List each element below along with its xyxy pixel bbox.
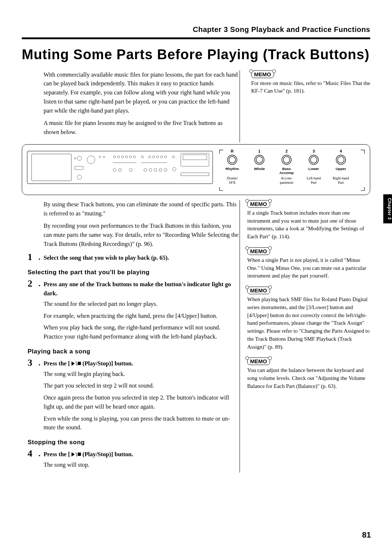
svg-point-6 <box>77 175 82 179</box>
chapter-tab: Chapter 3 <box>383 194 392 223</box>
svg-point-27 <box>144 169 147 171</box>
memo-icon: MEMO <box>251 70 274 78</box>
svg-point-9 <box>113 156 115 158</box>
svg-line-69 <box>76 452 77 457</box>
svg-text:3: 3 <box>313 149 315 153</box>
memo-icon: MEMO <box>247 247 270 255</box>
memo2-text: If a single Track button includes more t… <box>247 209 370 241</box>
svg-text:R: R <box>231 149 234 153</box>
svg-point-21 <box>172 156 175 158</box>
page-number: 81 <box>362 530 371 540</box>
step4-body: The song will stop. <box>44 461 240 470</box>
svg-rect-35 <box>181 173 209 176</box>
step2-body1: The sound for the selected part no longe… <box>44 300 240 309</box>
step3-body4: Even while the song is playing, you can … <box>44 414 240 433</box>
svg-line-66 <box>76 361 77 366</box>
svg-point-14 <box>133 156 135 158</box>
memo-icon: MEMO <box>247 200 270 208</box>
step-1-num: 1 <box>28 252 38 263</box>
svg-point-19 <box>160 156 163 158</box>
memo-icon: MEMO <box>247 287 270 294</box>
svg-point-29 <box>154 169 157 171</box>
svg-rect-67 <box>78 362 81 365</box>
svg-text:Part: Part <box>338 181 344 185</box>
svg-point-26 <box>129 169 132 171</box>
step-3: 3 . Press the [ (Play/Stop)] button. <box>28 358 240 368</box>
svg-point-2 <box>77 156 82 161</box>
intro-p1: With commercially available music files … <box>44 70 240 116</box>
step-4-text: Press the [ (Play/Stop)] button. <box>44 449 133 459</box>
svg-rect-1 <box>32 154 72 181</box>
svg-rect-0 <box>27 151 213 184</box>
svg-point-24 <box>113 169 116 171</box>
svg-point-32 <box>172 167 176 171</box>
svg-text:Accomp: Accomp <box>279 171 294 175</box>
step-4-num: 4 <box>28 449 38 459</box>
page-title: Muting Some Parts Before Playing (Track … <box>22 46 370 63</box>
svg-marker-68 <box>72 452 75 457</box>
svg-point-12 <box>125 156 127 158</box>
svg-text:Rhythm: Rhythm <box>225 167 239 171</box>
step-1-text: Select the song that you wish to play ba… <box>44 252 169 263</box>
svg-point-30 <box>159 169 162 171</box>
svg-point-16 <box>148 156 151 158</box>
step3-body2: The part you selected in step 2 will not… <box>44 381 240 390</box>
hr-top <box>22 37 370 39</box>
svg-point-18 <box>156 156 159 158</box>
step-2: 2 . Press any one of the Track buttons t… <box>28 279 240 298</box>
track-diagram: RRhythmDrums/SFX1Whole2BassAccompAccom-p… <box>22 144 370 195</box>
svg-point-38 <box>229 157 236 163</box>
step-3-num: 3 <box>28 358 38 368</box>
subhead-stop: Stopping the song <box>28 439 240 446</box>
svg-point-20 <box>164 156 167 158</box>
svg-point-7 <box>99 156 101 158</box>
svg-point-28 <box>149 169 152 171</box>
play-stop-icon <box>72 361 81 366</box>
svg-text:2: 2 <box>285 149 287 153</box>
step-1: 1 . Select the song that you wish to pla… <box>28 252 240 263</box>
svg-point-11 <box>121 156 123 158</box>
svg-text:Right-hand: Right-hand <box>333 176 349 180</box>
svg-point-44 <box>256 157 263 163</box>
memo5-text: You can adjust the balance between the k… <box>247 366 370 390</box>
chapter-header: Chapter 3 Song Playback and Practice Fun… <box>22 25 370 34</box>
svg-point-61 <box>338 157 344 163</box>
subhead-play: Playing back a song <box>28 348 240 355</box>
svg-text:Lower: Lower <box>309 167 319 171</box>
step3-body3: Once again press the button you selected… <box>44 393 240 412</box>
svg-text:1: 1 <box>258 149 261 153</box>
svg-text:Bass: Bass <box>282 167 291 171</box>
svg-point-48 <box>283 157 290 163</box>
svg-point-10 <box>117 156 119 158</box>
intro-p2: A music file for piano lessons may be as… <box>44 119 240 137</box>
after-p1: By using these Track buttons, you can el… <box>44 200 240 218</box>
svg-point-25 <box>118 169 121 171</box>
after-p2: By recording your own performances to th… <box>44 222 240 248</box>
step2-body3: When you play back the song, the right-h… <box>44 323 240 341</box>
svg-point-31 <box>164 169 167 171</box>
svg-point-15 <box>141 156 143 158</box>
step-3-text: Press the [ (Play/Stop)] button. <box>44 358 133 368</box>
step3-body1: The song will begin playing back. <box>44 370 240 379</box>
svg-text:4: 4 <box>340 149 342 153</box>
svg-text:Whole: Whole <box>254 167 265 171</box>
step-2-text: Press any one of the Track buttons to ma… <box>44 279 240 298</box>
svg-point-55 <box>310 157 317 163</box>
memo1-text: For more on music files, refer to "Music… <box>251 80 370 96</box>
step-2-num: 2 <box>28 279 38 298</box>
svg-text:Upper: Upper <box>336 167 346 171</box>
svg-point-8 <box>103 156 105 158</box>
svg-rect-70 <box>78 453 81 456</box>
play-stop-icon <box>72 452 81 457</box>
memo-icon: MEMO <box>247 357 270 365</box>
svg-text:Drums/: Drums/ <box>227 176 238 180</box>
svg-point-3 <box>74 158 76 159</box>
svg-marker-65 <box>72 361 75 366</box>
svg-text:SFX: SFX <box>229 181 236 185</box>
svg-rect-34 <box>183 155 207 160</box>
svg-text:Part: Part <box>311 181 317 185</box>
svg-point-4 <box>87 156 95 164</box>
memo3-text: When a single Part is not played, it is … <box>247 256 370 280</box>
svg-point-17 <box>152 156 155 158</box>
svg-text:Left-hand: Left-hand <box>307 176 321 180</box>
